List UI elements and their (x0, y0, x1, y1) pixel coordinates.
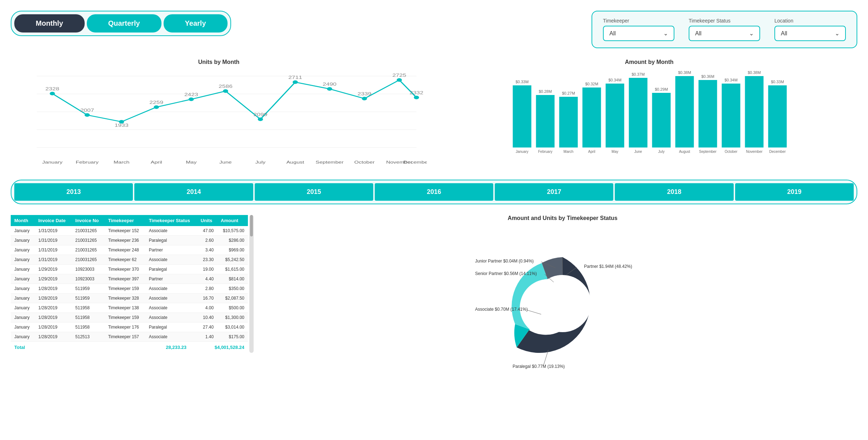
svg-point-13 (327, 87, 332, 91)
charts-row: Units by Month (11, 59, 857, 169)
table-cell: 1/28/2019 (35, 332, 72, 342)
table-cell: Partner (145, 274, 197, 284)
quarterly-btn[interactable]: Quarterly (87, 14, 161, 32)
year-2013-btn[interactable]: 2013 (14, 183, 133, 201)
table-cell: 19.00 (197, 265, 217, 274)
table-row: January1/28/2019511959Timekeeper 159Asso… (11, 284, 248, 294)
table-cell: $5,242.50 (217, 255, 248, 265)
table-cell: January (11, 322, 35, 332)
year-2015-btn[interactable]: 2015 (255, 183, 373, 201)
table-cell: 1/28/2019 (35, 313, 72, 322)
table-cell: Partner (145, 245, 197, 255)
yearly-btn[interactable]: Yearly (164, 14, 228, 32)
svg-point-6 (85, 113, 90, 117)
table-footer: Total 28,233.23 $4,001,528.24 (11, 342, 248, 353)
table-cell: $1,300.00 (217, 313, 248, 322)
table-cell: January (11, 332, 35, 342)
table-row: January1/28/2019511959Timekeeper 328Asso… (11, 294, 248, 303)
data-table: Month Invoice Date Invoice No Timekeeper… (11, 215, 248, 342)
table-cell: 47.00 (197, 226, 217, 236)
table-cell: 512513 (72, 332, 105, 342)
timekeeper-filter: Timekeeper All ⌄ (603, 18, 674, 41)
svg-rect-47 (583, 88, 601, 148)
bar-chart-title: Amount by Month (441, 59, 857, 65)
svg-text:February: February (76, 160, 99, 164)
svg-point-16 (414, 96, 419, 99)
timekeeper-select[interactable]: All ⌄ (603, 26, 674, 41)
svg-point-5 (50, 92, 55, 95)
scrollbar[interactable] (249, 215, 254, 353)
table-cell: 1/28/2019 (35, 294, 72, 303)
table-cell: 23.30 (197, 255, 217, 265)
table-cell: 16.70 (197, 294, 217, 303)
table-cell: Timekeeper 62 (105, 255, 145, 265)
svg-text:$0.33M: $0.33M (515, 80, 529, 84)
svg-rect-63 (768, 85, 787, 148)
svg-text:$0.34M: $0.34M (724, 78, 738, 82)
col-units: Units (197, 215, 217, 226)
footer-amount: $4,001,528.24 (215, 345, 244, 350)
table-body: January1/31/2019210031265Timekeeper 152A… (11, 226, 248, 342)
table-cell: $500.00 (217, 303, 248, 313)
footer-label: Total (14, 345, 25, 350)
table-cell: 210031265 (72, 255, 105, 265)
location-select[interactable]: All ⌄ (774, 26, 846, 41)
table-row: January1/29/201910923003Timekeeper 397Pa… (11, 274, 248, 284)
timekeeper-status-label: Timekeeper Status (689, 18, 760, 24)
table-cell: January (11, 274, 35, 284)
donut-title: Amount and Units by Timekeeper Status (508, 215, 617, 221)
table-row: January1/28/2019511958Timekeeper 176Para… (11, 322, 248, 332)
svg-text:April: April (588, 150, 595, 154)
donut-container: Amount and Units by Timekeeper Status (268, 215, 857, 379)
top-row: Monthly Quarterly Yearly Timekeeper All … (11, 11, 857, 48)
table-header-row: Month Invoice Date Invoice No Timekeeper… (11, 215, 248, 226)
table-cell: January (11, 255, 35, 265)
table-cell: Timekeeper 152 (105, 226, 145, 236)
table-cell: 210031265 (72, 226, 105, 236)
year-2016-btn[interactable]: 2016 (375, 183, 493, 201)
monthly-btn[interactable]: Monthly (14, 14, 85, 32)
svg-rect-43 (536, 95, 555, 148)
col-invoice-no: Invoice No (72, 215, 105, 226)
donut-svg: Partner $1.94M (48.42%) Junior Partner $… (473, 229, 652, 371)
table-cell: 27.40 (197, 322, 217, 332)
table-cell: 1/29/2019 (35, 265, 72, 274)
bar-chart-svg: $0.33M $0.28M $0.27M $0.32M $0.34M $0.37 (441, 69, 857, 169)
svg-text:2711: 2711 (288, 75, 302, 80)
col-timekeeper: Timekeeper (105, 215, 145, 226)
table-cell: $1,615.00 (217, 265, 248, 274)
svg-text:2423: 2423 (184, 92, 198, 97)
table-cell: 10.40 (197, 313, 217, 322)
year-2018-btn[interactable]: 2018 (615, 183, 733, 201)
svg-rect-41 (513, 85, 532, 148)
table-row: January1/28/2019512513Timekeeper 157Asso… (11, 332, 248, 342)
year-2019-btn[interactable]: 2019 (735, 183, 854, 201)
table-cell: $286.00 (217, 236, 248, 245)
svg-text:$0.36M: $0.36M (701, 74, 714, 79)
filters-box: Timekeeper All ⌄ Timekeeper Status All ⌄… (592, 11, 857, 48)
svg-point-15 (397, 78, 402, 82)
line-chart-title: Units by Month (11, 59, 427, 65)
timekeeper-status-select[interactable]: All ⌄ (689, 26, 760, 41)
table-cell: January (11, 313, 35, 322)
svg-text:2586: 2586 (219, 84, 233, 89)
year-2014-btn[interactable]: 2014 (134, 183, 253, 201)
svg-rect-55 (675, 76, 694, 148)
table-cell: Timekeeper 176 (105, 322, 145, 332)
table-cell: $10,575.00 (217, 226, 248, 236)
svg-text:May: May (612, 150, 618, 154)
table-cell: Associate (145, 226, 197, 236)
svg-rect-61 (745, 76, 764, 148)
table-cell: Timekeeper 328 (105, 294, 145, 303)
svg-text:July: July (255, 160, 266, 164)
table-cell: 1/29/2019 (35, 274, 72, 284)
table-row: January1/29/201910923003Timekeeper 370Pa… (11, 265, 248, 274)
table-cell: 511958 (72, 322, 105, 332)
svg-text:January: January (516, 150, 529, 154)
svg-point-11 (258, 118, 263, 121)
svg-text:April: April (151, 160, 162, 164)
location-label: Location (774, 18, 846, 24)
table-cell: 1/28/2019 (35, 284, 72, 294)
svg-text:May: May (186, 160, 196, 164)
year-2017-btn[interactable]: 2017 (495, 183, 613, 201)
